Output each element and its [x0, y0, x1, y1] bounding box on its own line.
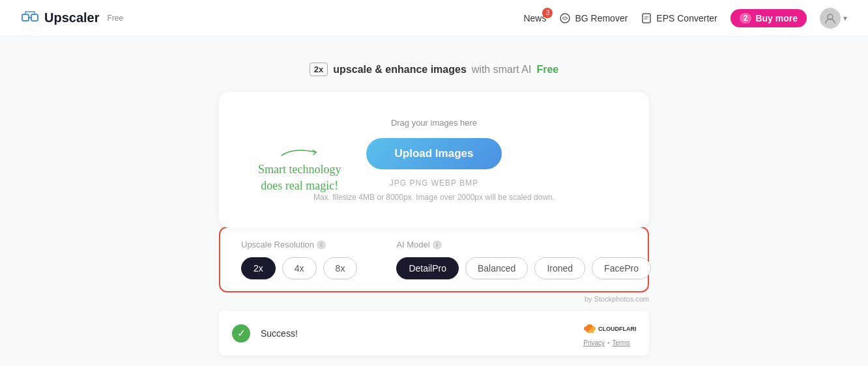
success-bar: ✓ Success! CLOUDFLARE Privacy • Terms — [219, 311, 649, 356]
terms-link[interactable]: Terms — [613, 339, 630, 346]
avatar[interactable] — [820, 8, 841, 29]
header-nav: News 3 BG Remover EPS Converter 2 Buy mo… — [523, 8, 847, 29]
format-text: JPG PNG WEBP BMP — [390, 178, 478, 188]
free-badge: Free — [108, 14, 124, 23]
avatar-chevron-icon[interactable]: ▾ — [843, 14, 847, 23]
nav-eps-converter[interactable]: EPS Converter — [641, 12, 717, 24]
svg-text:CLOUDFLARE: CLOUDFLARE — [598, 326, 636, 332]
upload-button[interactable]: Upload Images — [366, 138, 502, 169]
bg-remover-icon — [559, 12, 571, 24]
stockphotos-credit: by Stockphotos.com — [585, 295, 649, 303]
buy-more-button[interactable]: 2 Buy more — [731, 9, 807, 27]
avatar-icon — [824, 12, 837, 25]
tagline-light: with smart AI — [472, 64, 532, 76]
main-content: 2x upscale & enhance images with smart A… — [0, 36, 868, 366]
resolution-2x-button[interactable]: 2x — [241, 257, 276, 279]
logo-text: Upscaler — [44, 10, 100, 25]
credits-count: 2 — [740, 13, 752, 23]
logo-icon — [21, 9, 39, 27]
nav-news[interactable]: News 3 — [523, 13, 546, 23]
svg-rect-1 — [31, 14, 38, 21]
model-label: AI Model i — [396, 240, 651, 249]
model-ironed-button[interactable]: Ironed — [534, 257, 585, 279]
cloudflare-logo: CLOUDFLARE Privacy • Terms — [577, 320, 636, 346]
tagline-bold: upscale & enhance images — [333, 64, 467, 76]
resolution-8x-button[interactable]: 8x — [323, 257, 358, 279]
tagline-free: Free — [536, 64, 558, 76]
drag-text: Drag your images here — [391, 118, 477, 128]
cloudflare-links: Privacy • Terms — [583, 339, 630, 346]
max-filesize-text: Max. filesize 4MB or 8000px. Image over … — [313, 193, 555, 202]
settings-panel: Upscale Resolution i 2x 4x 8x AI Model i… — [219, 227, 649, 292]
logo-area: Upscaler Free — [21, 9, 123, 27]
resolution-label: Upscale Resolution i — [241, 240, 357, 249]
model-options: DetailPro Balanced Ironed FacePro — [396, 257, 651, 279]
model-detailpro-button[interactable]: DetailPro — [396, 257, 459, 279]
resolution-4x-button[interactable]: 4x — [282, 257, 317, 279]
svg-point-2 — [560, 14, 570, 23]
svg-rect-0 — [22, 14, 29, 21]
user-menu[interactable]: ▾ — [820, 8, 847, 29]
nav-bg-remover[interactable]: BG Remover — [559, 12, 628, 24]
arrow-icon — [280, 145, 319, 158]
svg-rect-3 — [643, 14, 650, 23]
resolution-options: 2x 4x 8x — [241, 257, 357, 279]
cloudflare-icon: CLOUDFLARE — [577, 320, 636, 338]
tagline-badge: 2x — [310, 63, 328, 76]
success-icon: ✓ — [232, 324, 250, 343]
tagline: 2x upscale & enhance images with smart A… — [310, 63, 558, 76]
resolution-info-icon[interactable]: i — [317, 240, 326, 249]
upload-area: Smart technology does real magic! Drag y… — [219, 92, 649, 228]
news-badge: 3 — [542, 8, 553, 18]
smart-tech-label: Smart technology does real magic! — [258, 145, 341, 193]
footer-row: by Stockphotos.com — [219, 295, 649, 303]
model-info-icon[interactable]: i — [433, 240, 442, 249]
resolution-group: Upscale Resolution i 2x 4x 8x — [241, 240, 357, 279]
model-facepro-button[interactable]: FacePro — [592, 257, 651, 279]
eps-icon — [641, 12, 652, 24]
model-balanced-button[interactable]: Balanced — [465, 257, 528, 279]
model-group: AI Model i DetailPro Balanced Ironed Fac… — [396, 240, 651, 279]
header: Upscaler Free News 3 BG Remover EPS Conv… — [0, 0, 868, 36]
privacy-link[interactable]: Privacy — [583, 339, 605, 346]
success-text: Success! — [261, 328, 298, 339]
